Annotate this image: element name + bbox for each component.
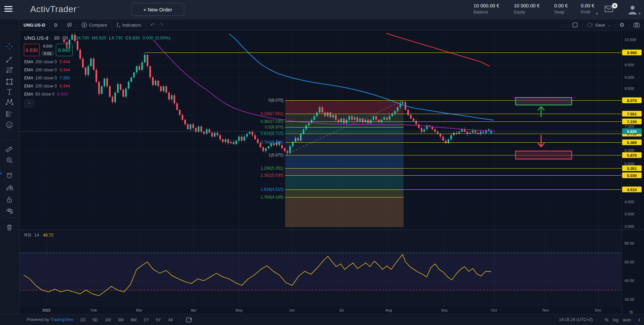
chevron-down-icon[interactable]: ▾ xyxy=(639,11,641,16)
price-axis-label: 10.500 xyxy=(624,38,636,42)
chevron-down-icon: ⌄ xyxy=(607,23,610,27)
indicator-row[interactable]: EMA50 close 06.906 xyxy=(24,90,70,98)
indicator-value: 9.444 xyxy=(60,68,70,72)
redo-button[interactable]: ↷ xyxy=(159,20,168,30)
tradingview-link[interactable]: TradingView xyxy=(50,317,73,322)
screenshot-button[interactable] xyxy=(629,20,644,30)
range-button-6m[interactable]: 6M xyxy=(129,317,139,323)
hide-series-icon[interactable]: − xyxy=(62,36,68,40)
time-axis[interactable]: 2023FebMarAprMayJunJulAugSepOctNovDec xyxy=(19,307,621,314)
magnet-icon[interactable] xyxy=(5,171,14,181)
spread: 0.010 0.01 xyxy=(40,44,56,56)
bottom-bar: Powered by TradingView 1D5D1M3M6M1Y5YAll… xyxy=(0,314,644,325)
chart-legend: UNG.US-d · 1D − O6.730H6.920L6.730C6.830… xyxy=(24,35,171,41)
fib-level-label: 1(5.870) xyxy=(268,153,283,157)
chevron-down-icon[interactable]: ▾ xyxy=(596,11,598,16)
range-buttons: 1D5D1M3M6M1Y5YAll xyxy=(78,314,192,325)
undo-button[interactable]: ↶ xyxy=(146,20,159,30)
zoom-in-icon[interactable] xyxy=(5,155,14,165)
indicator-value: 7.350 xyxy=(60,76,70,80)
save-button[interactable]: Save ⌄ xyxy=(582,20,615,30)
price-level-badge: 6.389 xyxy=(622,140,642,145)
goto-date-icon[interactable] xyxy=(186,317,192,323)
fib-level-label: 1.236(5.351) xyxy=(261,166,283,171)
text-icon[interactable] xyxy=(5,87,14,97)
top-bar: ActivTrader™ + New Order 10 000.00 €Bala… xyxy=(0,0,644,20)
price-axis-label: 8.500 xyxy=(624,86,634,91)
fib-level-label: 0.764(6.389) xyxy=(261,140,283,145)
indicator-row[interactable]: EMA200 close 09.444 xyxy=(24,58,70,66)
remove-drawings-icon[interactable] xyxy=(5,223,14,232)
chart-settings-button[interactable]: ⚙ xyxy=(615,20,629,30)
buy-button[interactable]: 6.840 xyxy=(56,44,73,56)
indicator-params: 200 close 0 xyxy=(35,84,57,88)
time-axis-month-label: Feb xyxy=(91,308,97,312)
forecast-icon[interactable] xyxy=(5,109,14,118)
range-button-1m[interactable]: 1M xyxy=(103,317,113,323)
hide-drawings-icon[interactable] xyxy=(5,206,14,215)
lock-all-icon[interactable] xyxy=(5,195,14,204)
drawing-lock-icon[interactable] xyxy=(5,182,14,192)
indicator-row[interactable]: EMA200 close 09.444 xyxy=(24,66,70,74)
shapes-icon[interactable] xyxy=(5,77,14,86)
trademark: ™ xyxy=(76,6,80,9)
candle-style-button[interactable] xyxy=(62,20,77,30)
scale-button-log[interactable]: log xyxy=(613,318,618,322)
sell-button[interactable]: 6.830 xyxy=(24,44,40,56)
range-button-3m[interactable]: 3M xyxy=(116,317,125,323)
range-button-1y[interactable]: 1Y xyxy=(142,317,151,323)
footer-separator xyxy=(179,317,180,323)
stat-label: Balance xyxy=(473,10,511,14)
price-level-badge: 7.551 xyxy=(622,111,642,117)
stat-value: 10 000.00 € xyxy=(514,3,552,8)
time-axis-month-label: Dec xyxy=(595,308,602,312)
emoji-icon[interactable] xyxy=(5,120,14,130)
range-button-all[interactable]: All xyxy=(166,317,175,323)
chart-canvas[interactable] xyxy=(19,30,621,314)
ohlc-key: O xyxy=(74,35,78,40)
trend-line-icon[interactable] xyxy=(5,55,14,64)
measure-icon[interactable] xyxy=(5,144,14,153)
fib-level-label: 1.618(4.510) xyxy=(261,187,283,192)
scale-button-%[interactable]: % xyxy=(605,318,608,322)
scale-button-auto[interactable]: auto xyxy=(623,318,631,322)
menu-icon[interactable] xyxy=(4,6,12,12)
range-button-5d[interactable]: 5D xyxy=(90,317,100,323)
compare-button[interactable]: Compare xyxy=(77,20,111,30)
price-axis-label: 3.500 xyxy=(624,212,634,216)
symbol-button[interactable]: UNG.US-D xyxy=(19,20,49,30)
layout-button[interactable] xyxy=(568,20,582,30)
pattern-icon[interactable] xyxy=(5,98,14,107)
time-axis-month-label: Apr xyxy=(191,308,196,312)
indicator-row[interactable]: EMA100 close 07.350 xyxy=(24,74,70,82)
interval-button[interactable]: D xyxy=(50,20,62,30)
time-axis-month-label: Nov xyxy=(542,308,549,312)
price-level-badge: 7.230 xyxy=(622,119,642,124)
sidebar-separator xyxy=(3,217,16,218)
collapse-legend-button[interactable]: ^ xyxy=(25,100,34,107)
price-axis[interactable]: ⚙ 10.5009.5009.0008.5008.0007.0006.0005.… xyxy=(621,30,644,314)
indicators-button[interactable]: ƒx Indicators xyxy=(112,20,146,30)
new-order-button[interactable]: + New Order xyxy=(131,3,184,16)
mail-badge: 6 xyxy=(612,3,617,8)
pane-separator xyxy=(622,229,644,230)
current-price-badge: 6.830 xyxy=(622,129,642,134)
range-button-1d[interactable]: 1D xyxy=(78,317,87,323)
ohlc-key: H xyxy=(92,35,95,40)
spread-points: 0.010 xyxy=(43,44,52,48)
rsi-axis-label: 80.00 xyxy=(624,241,634,245)
fib-retracement-icon[interactable] xyxy=(5,65,14,75)
drawing-sidebar xyxy=(0,20,20,325)
indicator-row[interactable]: EMA200 close 09.444 xyxy=(24,82,70,90)
right-panel-expand-icon[interactable]: ‹ xyxy=(634,315,644,324)
fib-level-label: 0(8.070) xyxy=(268,98,283,103)
legend-symbol[interactable]: UNG.US-d xyxy=(24,35,48,41)
ohlc-key: L xyxy=(109,35,111,40)
range-button-5y[interactable]: 5Y xyxy=(154,317,163,323)
rsi-legend: RSI 14 49.72 xyxy=(24,233,53,238)
indicator-value: 9.444 xyxy=(60,60,70,64)
avatar[interactable] xyxy=(627,4,638,15)
crosshair-icon[interactable] xyxy=(5,42,14,51)
clock[interactable]: 14:15:24 (UTC+2) xyxy=(559,317,593,322)
left-panel-expand-icon[interactable]: › xyxy=(0,170,2,176)
